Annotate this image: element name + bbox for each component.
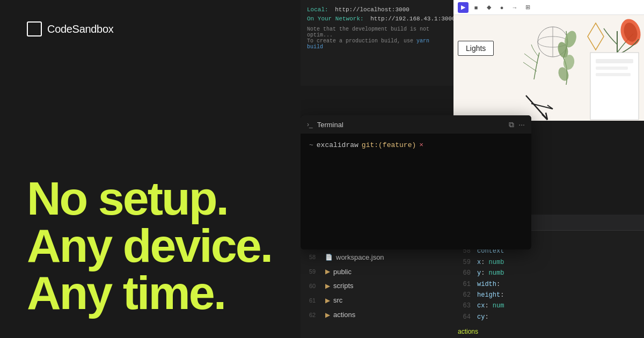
file-tree-item-scripts[interactable]: 60 ▶ scripts [301, 279, 453, 293]
svg-rect-19 [596, 67, 628, 70]
hero-text: No setup. Any device. Any time. [27, 175, 284, 317]
code-line-61: 61 width: [460, 279, 638, 290]
lights-label: Lights [458, 41, 494, 56]
prompt-x: × [419, 141, 423, 149]
terminal-controls: ⧉ ··· [509, 120, 525, 129]
actions-label: actions [458, 328, 478, 335]
hero-line2: Any device. [27, 222, 284, 269]
toolbar-arrow-icon[interactable]: → [509, 2, 520, 13]
file-name-workspace-json: workspace.json [336, 252, 384, 263]
code-line-60: 60 y: numb [460, 268, 638, 278]
panels-area: Local: http://localhost:3000 On Your Net… [301, 0, 644, 338]
prompt-dir: excalidraw [317, 141, 358, 149]
toolbar-stop-icon[interactable]: ■ [471, 2, 481, 13]
file-tree-item-src[interactable]: 61 ▶ src [301, 293, 453, 308]
terminal-body: ~ excalidraw git:(feature) × [301, 134, 531, 157]
folder-icon-public: ▶ [325, 267, 330, 277]
prompt-arrow: ~ [309, 141, 313, 149]
logo-text: CodeSandbox [47, 23, 113, 35]
file-tree-item-workspace-json[interactable]: 58 📄 workspace.json [301, 251, 453, 265]
file-icon-workspace-json: 📄 [325, 253, 333, 262]
folder-name-public: public [333, 267, 352, 278]
folder-name-src: src [333, 295, 342, 306]
terminal-expand-button[interactable]: ⧉ [509, 120, 514, 129]
local-value: http://localhost:3000 [335, 6, 409, 13]
toolbar-play-icon[interactable]: ▶ [458, 2, 469, 13]
hero-line1: No setup. [27, 175, 284, 222]
terminal-menu-button[interactable]: ··· [518, 120, 525, 129]
dev-note1: Note that the development build is not o… [307, 26, 447, 38]
actions-bar: actions [453, 325, 462, 338]
toolbar-grid-icon[interactable]: ⊞ [522, 2, 533, 13]
folder-icon-src: ▶ [325, 296, 330, 306]
logo-area: CodeSandbox [27, 21, 284, 36]
terminal-title: Terminal [317, 121, 505, 129]
network-label: On Your Network: [307, 16, 364, 22]
file-tree-item-public[interactable]: 59 ▶ public [301, 265, 453, 280]
hero-line3: Any time. [27, 269, 284, 317]
terminal-panel: ›_ Terminal ⧉ ··· ~ excalidraw git:(feat… [301, 115, 531, 249]
network-value: http://192.168.43.1:3000 [370, 16, 455, 22]
toolbar-diamond-icon[interactable]: ◆ [484, 2, 494, 13]
logo-icon [27, 21, 42, 36]
folder-name-scripts: scripts [333, 281, 354, 292]
code-line-62: 62 height: [460, 290, 638, 300]
botanical-illustration [453, 15, 644, 121]
local-label: Local: [307, 6, 328, 13]
folder-icon-scripts: ▶ [325, 281, 330, 291]
file-tree-panel: 57 📄 project.json 58 📄 workspace.json 59… [301, 236, 453, 338]
svg-rect-20 [596, 73, 631, 76]
code-line-59: 59 x: numb [460, 257, 638, 268]
prompt-branch: git:(feature) [362, 141, 416, 149]
dev-note2: To create a production build, use yarn b… [307, 38, 447, 50]
terminal-prompt-line: ~ excalidraw git:(feature) × [309, 141, 523, 149]
terminal-prompt-icon: ›_ [307, 121, 313, 128]
design-toolbar: ▶ ■ ◆ ● → ⊞ [453, 0, 644, 15]
design-panel: ▶ ■ ◆ ● → ⊞ [453, 0, 644, 121]
terminal-titlebar: ›_ Terminal ⧉ ··· [301, 115, 531, 134]
folder-icon-actions: ▶ [325, 310, 330, 320]
hero-section: CodeSandbox No setup. Any device. Any ti… [0, 0, 311, 338]
botanical-area: Lights [453, 15, 644, 121]
dev-server-panel: Local: http://localhost:3000 On Your Net… [301, 0, 453, 86]
toolbar-circle-icon[interactable]: ● [496, 2, 507, 13]
file-tree-item-actions[interactable]: 62 ▶ actions [301, 308, 453, 322]
code-line-63: 63 cx: num [460, 300, 638, 311]
code-line-64: 64 cy: [460, 312, 638, 322]
svg-rect-18 [596, 59, 633, 63]
folder-name-actions: actions [333, 310, 355, 321]
